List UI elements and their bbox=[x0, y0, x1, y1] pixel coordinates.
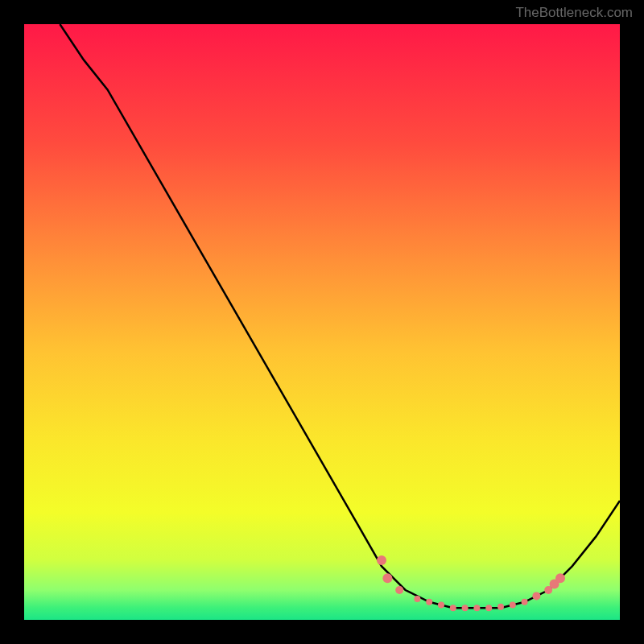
fit-marker bbox=[382, 573, 392, 583]
fit-marker bbox=[377, 555, 386, 565]
fit-marker bbox=[497, 604, 504, 610]
fit-marker bbox=[522, 599, 528, 605]
fit-markers bbox=[24, 24, 620, 620]
fit-marker bbox=[555, 573, 565, 583]
fit-marker bbox=[532, 592, 540, 600]
fit-marker bbox=[395, 586, 403, 594]
fit-marker bbox=[462, 605, 469, 611]
fit-marker bbox=[438, 602, 444, 609]
fit-marker bbox=[414, 596, 420, 602]
fit-marker bbox=[426, 599, 432, 605]
chart-area bbox=[24, 24, 620, 620]
fit-marker bbox=[473, 605, 480, 611]
fit-marker bbox=[510, 602, 516, 609]
watermark-text: TheBottleneck.com bbox=[515, 5, 633, 21]
fit-marker bbox=[485, 605, 492, 611]
fit-marker bbox=[450, 605, 456, 611]
